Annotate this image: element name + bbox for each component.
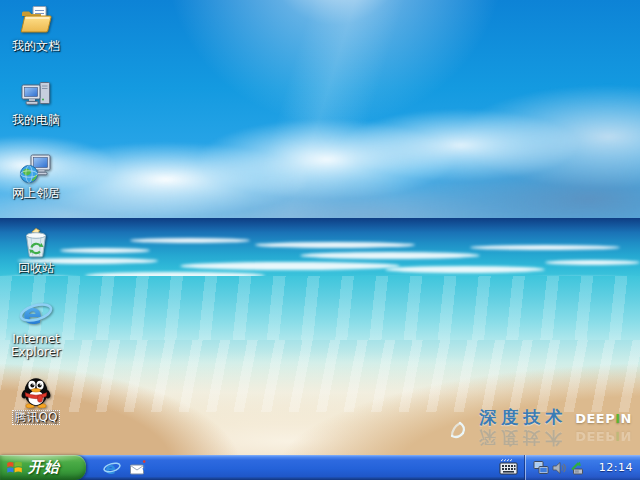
icon-label: 我的文档 [12,40,60,53]
desktop-icon-my-computer[interactable]: 我的电脑 [0,78,72,127]
keyboard-ime-icon[interactable] [499,459,518,476]
desktop-icon-tencent-qq[interactable]: 腾讯QQ [0,374,72,425]
brand-reflection: 深度技术 DEEPIN [479,426,632,449]
internet-explorer-icon: e [19,297,53,331]
quick-launch-bar: e [103,455,146,480]
system-tray: 12:14 [524,455,640,480]
recycle-bin-icon [19,226,53,260]
tencent-qq-icon [19,374,53,408]
outlook-express-quicklaunch-icon[interactable] [128,459,146,477]
desktop-icon-network-places[interactable]: 网上邻居 [0,151,72,200]
my-documents-icon [19,4,53,38]
desktop-icon-my-documents[interactable]: 我的文档 [0,4,72,53]
network-places-icon [19,151,53,185]
desktop: 深度技术 DEEPIN 深度技术 DEEPIN 我的文档 [0,0,640,480]
network-status-icon[interactable] [533,460,549,476]
windows-flag-icon [5,458,24,477]
desktop-icon-internet-explorer[interactable]: e Internet Explorer [0,297,72,359]
deepin-watermark: 深度技术 DEEPIN 深度技术 DEEPIN [448,406,632,449]
taskbar: 开始 e [0,455,640,480]
brand-en-text: DEEPIN [575,411,632,426]
icon-label: 腾讯QQ [12,410,61,425]
svg-text:e: e [106,459,116,477]
volume-icon[interactable] [551,460,567,476]
desktop-icon-recycle-bin[interactable]: 回收站 [0,226,72,275]
tray-clock[interactable]: 12:14 [599,461,640,474]
icon-label: 我的电脑 [12,114,60,127]
my-computer-icon [19,78,53,112]
internet-explorer-quicklaunch-icon[interactable]: e [103,459,121,477]
icon-label: Internet Explorer [1,333,71,359]
icon-label: 回收站 [18,262,54,275]
icon-label: 网上邻居 [12,187,60,200]
start-button[interactable]: 开始 [0,455,86,480]
svg-text:e: e [23,298,42,331]
deepin-swirl-icon [448,419,472,449]
start-label: 开始 [28,458,60,478]
safely-remove-hardware-icon[interactable] [569,460,585,476]
wallpaper-shallow-water [0,276,640,342]
wallpaper-beach: 深度技术 DEEPIN 深度技术 DEEPIN 我的文档 [0,0,640,455]
wallpaper-clouds [0,80,640,222]
